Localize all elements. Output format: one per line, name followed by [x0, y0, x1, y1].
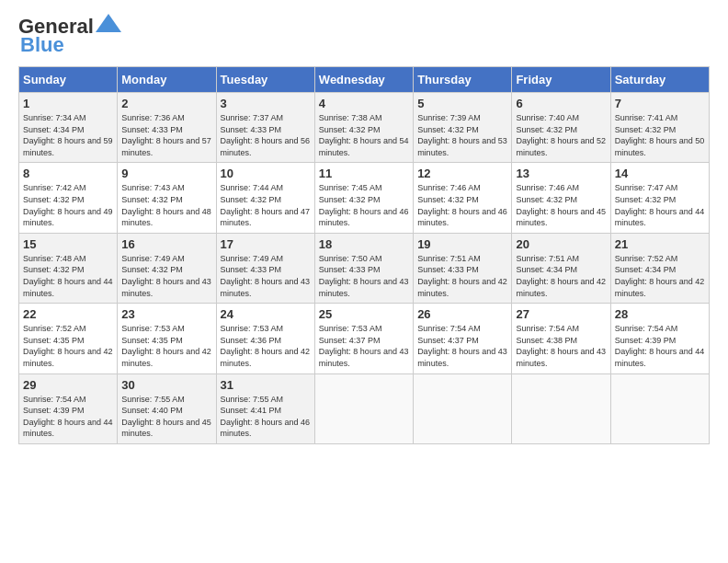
sunset-text: Sunset: 4:34 PM — [516, 265, 577, 274]
day-number: 8 — [23, 167, 113, 180]
cell-details: Sunrise: 7:40 AMSunset: 4:32 PMDaylight:… — [516, 112, 606, 158]
day-number: 3 — [221, 97, 311, 110]
sunrise-text: Sunrise: 7:54 AM — [516, 324, 579, 333]
cell-details: Sunrise: 7:52 AMSunset: 4:35 PMDaylight:… — [23, 323, 113, 369]
sunrise-text: Sunrise: 7:55 AM — [221, 395, 284, 404]
sunrise-text: Sunrise: 7:45 AM — [319, 183, 382, 192]
sunset-text: Sunset: 4:35 PM — [23, 336, 85, 345]
cell-details: Sunrise: 7:54 AMSunset: 4:38 PMDaylight:… — [516, 323, 606, 369]
day-number: 13 — [516, 167, 606, 180]
calendar-cell: 25Sunrise: 7:53 AMSunset: 4:37 PMDayligh… — [314, 304, 413, 373]
daylight-text: Daylight: 8 hours and 44 minutes. — [615, 347, 705, 368]
cell-details: Sunrise: 7:54 AMSunset: 4:39 PMDaylight:… — [615, 323, 705, 369]
cell-details: Sunrise: 7:46 AMSunset: 4:32 PMDaylight:… — [417, 182, 507, 228]
daylight-text: Daylight: 8 hours and 43 minutes. — [319, 277, 409, 298]
cell-details: Sunrise: 7:36 AMSunset: 4:33 PMDaylight:… — [121, 112, 211, 158]
calendar-cell: 4Sunrise: 7:38 AMSunset: 4:32 PMDaylight… — [314, 93, 413, 163]
sunrise-text: Sunrise: 7:51 AM — [417, 254, 481, 263]
calendar-cell: 1Sunrise: 7:34 AMSunset: 4:34 PMDaylight… — [19, 93, 118, 163]
page: General Blue SundayMondayTuesdayWednesda… — [0, 0, 728, 459]
calendar-cell: 28Sunrise: 7:54 AMSunset: 4:39 PMDayligh… — [610, 304, 709, 373]
cell-details: Sunrise: 7:53 AMSunset: 4:35 PMDaylight:… — [121, 323, 211, 369]
sunrise-text: Sunrise: 7:37 AM — [221, 113, 284, 122]
sunrise-text: Sunrise: 7:54 AM — [615, 324, 678, 333]
day-number: 10 — [221, 167, 311, 180]
day-number: 14 — [615, 167, 705, 180]
logo-icon — [96, 14, 121, 32]
daylight-text: Daylight: 8 hours and 42 minutes. — [121, 347, 211, 368]
day-number: 29 — [23, 378, 113, 392]
sunrise-text: Sunrise: 7:36 AM — [121, 113, 185, 122]
cell-details: Sunrise: 7:51 AMSunset: 4:33 PMDaylight:… — [417, 253, 507, 299]
sunrise-text: Sunrise: 7:42 AM — [23, 183, 86, 192]
day-number: 11 — [319, 167, 409, 180]
calendar-cell: 2Sunrise: 7:36 AMSunset: 4:33 PMDaylight… — [118, 93, 216, 163]
calendar-cell: 21Sunrise: 7:52 AMSunset: 4:34 PMDayligh… — [610, 233, 709, 303]
sunrise-text: Sunrise: 7:47 AM — [615, 183, 678, 192]
day-number: 7 — [615, 97, 705, 110]
sunset-text: Sunset: 4:32 PM — [23, 265, 85, 274]
sunset-text: Sunset: 4:32 PM — [516, 125, 577, 134]
sunrise-text: Sunrise: 7:54 AM — [417, 324, 481, 333]
sunrise-text: Sunrise: 7:53 AM — [319, 324, 382, 333]
sunrise-text: Sunrise: 7:39 AM — [417, 113, 481, 122]
calendar-cell: 11Sunrise: 7:45 AMSunset: 4:32 PMDayligh… — [314, 163, 413, 233]
cell-details: Sunrise: 7:55 AMSunset: 4:41 PMDaylight:… — [221, 394, 311, 440]
daylight-text: Daylight: 8 hours and 46 minutes. — [417, 207, 507, 228]
sunrise-text: Sunrise: 7:48 AM — [23, 254, 86, 263]
daylight-text: Daylight: 8 hours and 44 minutes. — [615, 207, 705, 228]
calendar-cell — [414, 373, 512, 443]
day-number: 15 — [23, 237, 113, 251]
daylight-text: Daylight: 8 hours and 45 minutes. — [516, 207, 606, 228]
daylight-text: Daylight: 8 hours and 43 minutes. — [319, 347, 409, 368]
sunset-text: Sunset: 4:32 PM — [121, 265, 183, 274]
sunset-text: Sunset: 4:40 PM — [121, 406, 183, 415]
calendar-header-friday: Friday — [512, 67, 610, 93]
sunrise-text: Sunrise: 7:38 AM — [319, 113, 382, 122]
calendar-cell: 23Sunrise: 7:53 AMSunset: 4:35 PMDayligh… — [118, 304, 216, 373]
calendar-cell: 13Sunrise: 7:46 AMSunset: 4:32 PMDayligh… — [512, 163, 610, 233]
daylight-text: Daylight: 8 hours and 42 minutes. — [417, 277, 507, 298]
sunset-text: Sunset: 4:32 PM — [121, 195, 183, 204]
sunset-text: Sunset: 4:32 PM — [221, 195, 282, 204]
sunset-text: Sunset: 4:32 PM — [319, 195, 381, 204]
calendar-cell: 16Sunrise: 7:49 AMSunset: 4:32 PMDayligh… — [118, 233, 216, 303]
calendar-cell: 5Sunrise: 7:39 AMSunset: 4:32 PMDaylight… — [414, 93, 512, 163]
daylight-text: Daylight: 8 hours and 47 minutes. — [221, 207, 311, 228]
day-number: 20 — [516, 237, 606, 251]
daylight-text: Daylight: 8 hours and 48 minutes. — [121, 207, 211, 228]
logo-blue: Blue — [20, 33, 64, 57]
calendar-header-row: SundayMondayTuesdayWednesdayThursdayFrid… — [19, 67, 710, 93]
calendar-cell: 8Sunrise: 7:42 AMSunset: 4:32 PMDaylight… — [19, 163, 118, 233]
cell-details: Sunrise: 7:41 AMSunset: 4:32 PMDaylight:… — [615, 112, 705, 158]
calendar-table: SundayMondayTuesdayWednesdayThursdayFrid… — [18, 66, 710, 444]
sunset-text: Sunset: 4:33 PM — [319, 265, 381, 274]
sunrise-text: Sunrise: 7:49 AM — [221, 254, 284, 263]
calendar-cell: 14Sunrise: 7:47 AMSunset: 4:32 PMDayligh… — [610, 163, 709, 233]
calendar-cell: 27Sunrise: 7:54 AMSunset: 4:38 PMDayligh… — [512, 304, 610, 373]
calendar-cell: 19Sunrise: 7:51 AMSunset: 4:33 PMDayligh… — [414, 233, 512, 303]
calendar-week-row: 8Sunrise: 7:42 AMSunset: 4:32 PMDaylight… — [19, 163, 710, 233]
calendar-cell: 12Sunrise: 7:46 AMSunset: 4:32 PMDayligh… — [414, 163, 512, 233]
calendar-cell: 9Sunrise: 7:43 AMSunset: 4:32 PMDaylight… — [118, 163, 216, 233]
sunrise-text: Sunrise: 7:40 AM — [516, 113, 579, 122]
cell-details: Sunrise: 7:42 AMSunset: 4:32 PMDaylight:… — [23, 182, 113, 228]
cell-details: Sunrise: 7:48 AMSunset: 4:32 PMDaylight:… — [23, 253, 113, 299]
sunset-text: Sunset: 4:38 PM — [516, 336, 577, 345]
sunset-text: Sunset: 4:37 PM — [319, 336, 381, 345]
sunset-text: Sunset: 4:32 PM — [516, 195, 577, 204]
sunrise-text: Sunrise: 7:55 AM — [121, 395, 185, 404]
calendar-cell: 30Sunrise: 7:55 AMSunset: 4:40 PMDayligh… — [118, 373, 216, 443]
calendar-cell: 7Sunrise: 7:41 AMSunset: 4:32 PMDaylight… — [610, 93, 709, 163]
sunset-text: Sunset: 4:34 PM — [615, 265, 677, 274]
day-number: 5 — [417, 97, 507, 110]
calendar-cell: 18Sunrise: 7:50 AMSunset: 4:33 PMDayligh… — [314, 233, 413, 303]
calendar-header-sunday: Sunday — [19, 67, 118, 93]
day-number: 9 — [121, 167, 211, 180]
sunrise-text: Sunrise: 7:53 AM — [221, 324, 284, 333]
calendar-header-monday: Monday — [118, 67, 216, 93]
calendar-cell — [314, 373, 413, 443]
daylight-text: Daylight: 8 hours and 50 minutes. — [615, 136, 705, 157]
sunset-text: Sunset: 4:33 PM — [221, 265, 282, 274]
sunset-text: Sunset: 4:32 PM — [615, 125, 677, 134]
